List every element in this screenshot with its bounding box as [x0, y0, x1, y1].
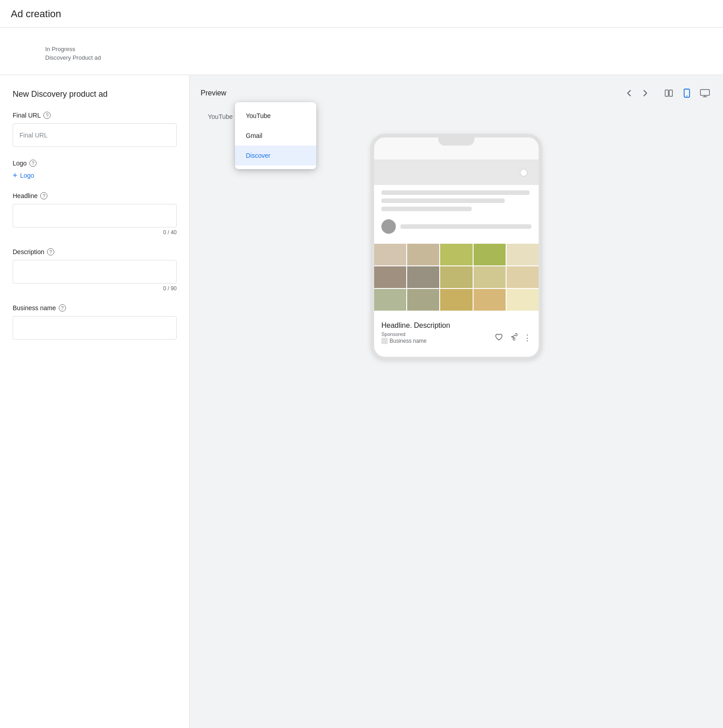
headline-help-icon[interactable]: ? [40, 192, 47, 199]
final-url-input[interactable] [13, 123, 177, 147]
status-section: In Progress Discovery Product ad [0, 28, 723, 75]
mosaic-cell [507, 266, 539, 288]
preview-nav [622, 86, 653, 100]
svg-rect-4 [700, 90, 709, 95]
preview-title: Preview [201, 89, 226, 97]
dropdown-item-gmail[interactable]: Gmail [235, 126, 316, 146]
placeholder-line-2 [381, 199, 505, 203]
platform-dropdown: YouTube Gmail Discover [235, 102, 316, 169]
dropdown-item-youtube[interactable]: YouTube [235, 106, 316, 126]
business-name-row: Business name [381, 338, 427, 344]
phone-notch-area [374, 137, 539, 160]
status-ad-type: Discovery Product ad [45, 54, 712, 61]
logo-group: Logo ? + Logo [13, 160, 177, 180]
share-icon[interactable] [509, 332, 518, 344]
description-label: Description ? [13, 248, 177, 255]
sponsored-info: Sponsored Business name [381, 331, 427, 344]
prev-button[interactable] [622, 86, 636, 100]
business-name-display: Business name [390, 338, 427, 344]
headline-group: Headline ? 0 / 40 [13, 192, 177, 236]
mosaic-cell [440, 244, 472, 265]
column-view-button[interactable] [662, 86, 676, 100]
page-header: Ad creation [0, 0, 723, 28]
mobile-view-button[interactable] [680, 86, 694, 100]
svg-point-3 [686, 95, 687, 96]
mosaic-cell [407, 266, 439, 288]
dropdown-item-discover[interactable]: Discover [235, 146, 316, 165]
left-panel: New Discovery product ad Final URL ? Log… [0, 75, 190, 728]
dropdown-menu: YouTube Gmail Discover [235, 102, 316, 169]
ad-bottom: Headline. Description Sponsored Business… [374, 316, 539, 351]
mosaic-cell [474, 244, 506, 265]
final-url-help-icon[interactable]: ? [43, 112, 51, 119]
more-icon[interactable]: ⋮ [523, 333, 531, 343]
mosaic-cell [440, 266, 472, 288]
mosaic-cell [374, 289, 406, 311]
placeholder-line-3 [381, 207, 472, 211]
desktop-view-button[interactable] [698, 86, 712, 100]
mosaic-cell [440, 289, 472, 311]
mosaic-cell [374, 244, 406, 265]
panel-title: New Discovery product ad [13, 90, 177, 99]
final-url-group: Final URL ? [13, 112, 177, 147]
sponsored-label: Sponsored [381, 331, 427, 337]
ad-headline: Headline. Description [381, 321, 531, 330]
status-label: In Progress [45, 46, 712, 52]
add-logo-button[interactable]: + Logo [13, 171, 34, 180]
product-mosaic [374, 244, 539, 311]
preview-header: Preview [201, 86, 712, 100]
svg-rect-0 [665, 90, 668, 96]
avatar-row [374, 215, 539, 238]
mosaic-cell [407, 289, 439, 311]
mosaic-cell [407, 244, 439, 265]
avatar-text-placeholder [400, 224, 531, 229]
mosaic-cell [507, 289, 539, 311]
business-name-help-icon[interactable]: ? [59, 304, 66, 312]
next-button[interactable] [638, 86, 653, 100]
headline-input[interactable] [13, 204, 177, 227]
phone-content: Headline. Description Sponsored Business… [374, 185, 539, 357]
headline-label: Headline ? [13, 192, 177, 199]
mosaic-cell [374, 266, 406, 288]
final-url-label: Final URL ? [13, 112, 177, 119]
svg-rect-1 [669, 90, 672, 96]
page-title: Ad creation [11, 8, 712, 20]
plus-icon: + [13, 171, 18, 180]
avatar [381, 219, 396, 234]
main-content: New Discovery product ad Final URL ? Log… [0, 75, 723, 728]
business-name-group: Business name ? [13, 304, 177, 340]
description-help-icon[interactable]: ? [47, 248, 54, 255]
phone-header-placeholder [374, 160, 539, 185]
view-toggle [662, 86, 712, 100]
tab-youtube[interactable]: YouTube [201, 109, 240, 125]
description-char-count: 0 / 90 [13, 285, 177, 292]
placeholder-line-1 [381, 190, 530, 195]
description-group: Description ? 0 / 90 [13, 248, 177, 292]
logo-help-icon[interactable]: ? [29, 160, 37, 167]
phone-mockup: Headline. Description Sponsored Business… [371, 134, 542, 360]
phone-notch [438, 137, 474, 146]
mosaic-cell [474, 289, 506, 311]
logo-label: Logo ? [13, 160, 177, 167]
ad-actions: ⋮ [494, 332, 531, 344]
mosaic-cell [474, 266, 506, 288]
headline-char-count: 0 / 40 [13, 229, 177, 236]
radio-button [520, 169, 528, 177]
business-logo [381, 338, 388, 344]
business-name-label: Business name ? [13, 304, 177, 312]
description-input[interactable] [13, 260, 177, 284]
right-panel: Preview [190, 75, 723, 728]
heart-icon[interactable] [494, 332, 503, 344]
business-name-input[interactable] [13, 316, 177, 340]
sponsored-row: Sponsored Business name [381, 331, 531, 344]
mosaic-cell [507, 244, 539, 265]
